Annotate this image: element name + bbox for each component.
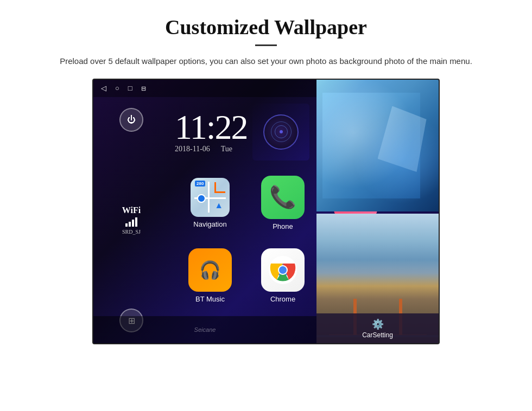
media-ring (263, 114, 299, 150)
media-dot (280, 130, 283, 133)
title-divider (255, 44, 277, 46)
bluetooth-emoji: 🎧 (199, 260, 221, 280)
day-value: Tue (221, 145, 232, 153)
wifi-ssid: SRD_SJ (122, 229, 141, 235)
media-inner (270, 121, 292, 143)
navigation-label: Navigation (193, 220, 226, 228)
wifi-label: WiFi (122, 206, 141, 215)
recents-icon[interactable]: □ (128, 84, 132, 93)
date-value: 2018-11-06 (175, 145, 210, 153)
app-navigation[interactable]: 280 ▲ Navigation (175, 168, 245, 238)
navigation-icon: 280 ▲ (191, 178, 230, 217)
ice-shapes (316, 80, 439, 211)
chrome-icon (261, 248, 305, 292)
wifi-bar-3 (132, 220, 134, 227)
power-button[interactable]: ⏻ (119, 108, 143, 132)
app-chrome[interactable]: Chrome (248, 240, 318, 311)
media-widget (252, 104, 309, 160)
ice-shape-1 (378, 106, 427, 172)
map-pin-icon: ▲ (214, 201, 223, 210)
wifi-info: WiFi SRD_SJ (122, 206, 141, 235)
map-280-badge: 280 (195, 181, 205, 187)
nav-buttons: ◁ ○ □ ⊟ (101, 84, 146, 93)
chrome-svg (269, 256, 297, 284)
camera-icon[interactable]: ⊟ (141, 85, 146, 92)
map-route (214, 182, 225, 193)
page-description: Preload over 5 default wallpaper options… (54, 55, 478, 68)
phone-label: Phone (273, 222, 293, 230)
back-icon[interactable]: ◁ (101, 84, 106, 93)
clock-time: 11:22 (175, 110, 247, 145)
wifi-bar-4 (135, 217, 137, 227)
ice-texture (322, 93, 420, 198)
home-icon[interactable]: ○ (115, 84, 119, 93)
btmusic-icon: 🎧 (188, 248, 232, 292)
page-container: Customized Wallpaper Preload over 5 defa… (0, 0, 532, 411)
screenshot-section: ◁ ○ □ ⊟ ◆ ▼ 11:22 ⏻ WiFi (33, 79, 499, 366)
left-sidebar: ⏻ WiFi SRD_SJ ⊞ (93, 97, 169, 343)
carsetting-icon: ⚙️ (372, 318, 384, 330)
svg-point-3 (279, 266, 287, 274)
wallpaper-top (316, 80, 439, 211)
carsetting-label: CarSetting (362, 331, 393, 339)
wifi-bar-1 (125, 223, 128, 227)
phone-emoji: 📞 (269, 184, 296, 210)
android-screen: ◁ ○ □ ⊟ ◆ ▼ 11:22 ⏻ WiFi (92, 79, 440, 344)
app-btmusic[interactable]: 🎧 BT Music (175, 240, 245, 311)
wallpaper-panels (316, 80, 439, 344)
watermark: Seicane (194, 326, 216, 333)
carsetting-area[interactable]: ⚙️ CarSetting (316, 313, 439, 343)
chrome-label: Chrome (270, 295, 295, 303)
power-icon: ⏻ (127, 115, 136, 125)
clock-display: 11:22 2018-11-06 Tue (175, 110, 247, 153)
map-location-dot (197, 194, 206, 203)
header-section: Customized Wallpaper Preload over 5 defa… (0, 0, 532, 68)
bottom-bar: Seicane (93, 316, 316, 343)
wifi-bar-2 (129, 222, 131, 227)
wifi-bars (122, 217, 141, 227)
road-vertical (208, 182, 210, 213)
app-phone[interactable]: 📞 Phone (248, 168, 318, 238)
page-title: Customized Wallpaper (43, 15, 489, 39)
phone-icon: 📞 (261, 176, 305, 219)
btmusic-label: BT Music (195, 295, 225, 303)
